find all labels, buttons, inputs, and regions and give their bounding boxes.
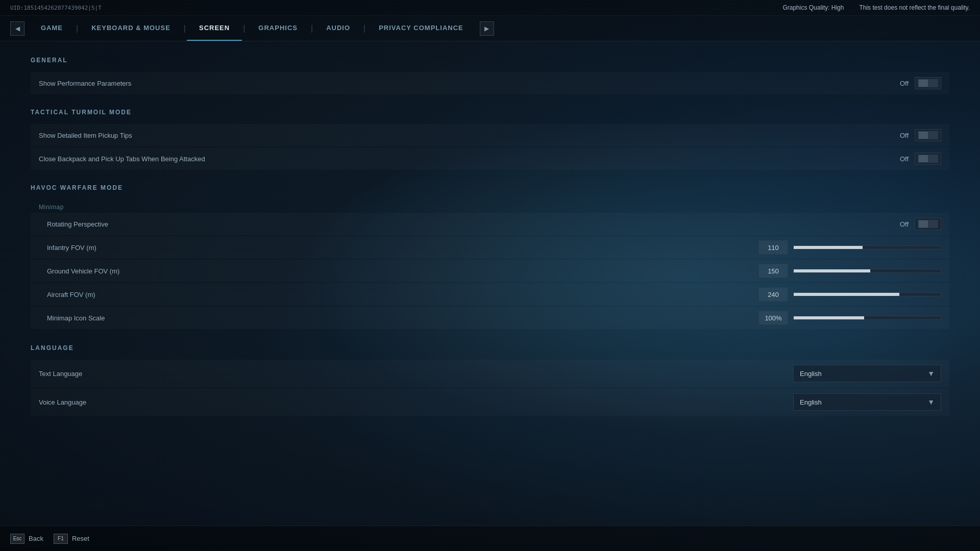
tab-icon-right[interactable]: ▶ xyxy=(480,21,494,36)
setting-label-pickup-tips: Show Detailed Item Pickup Tips xyxy=(39,132,893,139)
tab-graphics[interactable]: GRAPHICS xyxy=(246,16,310,41)
slider-track-icon-scale[interactable] xyxy=(793,311,941,325)
setting-row-rotating: Rotating Perspective Off xyxy=(31,213,949,235)
slider-label-ground-fov: Ground Vehicle FOV (m) xyxy=(47,267,758,275)
tab-audio[interactable]: AUDIO xyxy=(314,16,362,41)
toggle-performance[interactable] xyxy=(915,77,941,89)
back-button[interactable]: Esc Back xyxy=(10,534,43,544)
setting-label-performance: Show Performance Parameters xyxy=(39,80,893,87)
bottom-bar: Esc Back F1 Reset xyxy=(0,525,980,551)
top-right-info: Graphics Quality: High This test does no… xyxy=(782,4,970,11)
slider-value-icon-scale[interactable]: 100% xyxy=(758,311,788,325)
setting-value-performance: Off xyxy=(893,80,909,87)
section-language-header: LANGUAGE xyxy=(31,344,949,352)
slider-label-icon-scale: Minimap Icon Scale xyxy=(47,314,758,322)
slider-label-aircraft-fov: Aircraft FOV (m) xyxy=(47,291,758,298)
setting-value-pickup-tips: Off xyxy=(893,132,909,139)
setting-label-close-backpack: Close Backpack and Pick Up Tabs When Bei… xyxy=(39,155,893,163)
tab-privacy[interactable]: PRIVACY COMPLIANCE xyxy=(366,16,476,41)
quality-text: Graphics Quality: High xyxy=(782,4,844,11)
setting-label-text-language: Text Language xyxy=(39,370,793,378)
slider-row-ground-fov: Ground Vehicle FOV (m) 150 xyxy=(31,260,949,282)
setting-row-performance: Show Performance Parameters Off xyxy=(31,72,949,94)
slider-track-infantry-fov[interactable] xyxy=(793,240,941,255)
toggle-rotating[interactable] xyxy=(915,218,941,230)
chevron-down-icon-2: ▼ xyxy=(927,398,935,406)
slider-row-icon-scale: Minimap Icon Scale 100% xyxy=(31,307,949,329)
section-havoc-header: HAVOC WARFARE MODE xyxy=(31,184,949,191)
subsection-minimap: Minimap xyxy=(31,199,949,213)
chevron-down-icon: ▼ xyxy=(927,369,935,378)
setting-value-rotating: Off xyxy=(893,220,909,228)
setting-row-close-backpack: Close Backpack and Pick Up Tabs When Bei… xyxy=(31,147,949,170)
setting-label-voice-language: Voice Language xyxy=(39,398,793,406)
reset-label: Reset xyxy=(72,535,89,542)
settings-area: GENERAL Show Performance Parameters Off … xyxy=(0,41,980,517)
f1-key: F1 xyxy=(54,534,68,544)
setting-row-text-language: Text Language English ▼ xyxy=(31,360,949,387)
section-general-header: GENERAL xyxy=(31,57,949,64)
quality-notice: This test does not reflect the final qua… xyxy=(859,4,970,11)
section-tactical-header: TACTICAL TURMOIL MODE xyxy=(31,109,949,116)
tab-divider-2: | xyxy=(183,24,187,33)
toggle-pickup-tips[interactable] xyxy=(915,129,941,141)
top-bar: UID:1851454262077439042|5|T Graphics Qua… xyxy=(0,0,980,16)
slider-row-aircraft-fov: Aircraft FOV (m) 240 xyxy=(31,283,949,306)
nav-tabs: ◀ GAME | KEYBOARD & MOUSE | SCREEN | GRA… xyxy=(0,16,980,41)
setting-row-voice-language: Voice Language English ▼ xyxy=(31,388,949,416)
tab-keyboard[interactable]: KEYBOARD & MOUSE xyxy=(79,16,183,41)
slider-value-ground-fov[interactable]: 150 xyxy=(758,264,788,278)
tab-divider-5: | xyxy=(362,24,366,33)
setting-value-close-backpack: Off xyxy=(893,155,909,163)
slider-label-infantry-fov: Infantry FOV (m) xyxy=(47,244,758,252)
setting-label-rotating: Rotating Perspective xyxy=(47,220,893,228)
uid-text: UID:1851454262077439042|5|T xyxy=(10,5,102,11)
tab-divider-3: | xyxy=(242,24,246,33)
esc-key: Esc xyxy=(10,534,24,544)
tab-icon-left[interactable]: ◀ xyxy=(10,21,24,36)
slider-row-infantry-fov: Infantry FOV (m) 110 xyxy=(31,236,949,259)
reset-button[interactable]: F1 Reset xyxy=(54,534,89,544)
tab-game[interactable]: GAME xyxy=(29,16,75,41)
content-wrapper: UID:1851454262077439042|5|T Graphics Qua… xyxy=(0,0,980,551)
slider-value-aircraft-fov[interactable]: 240 xyxy=(758,287,788,302)
tab-divider-1: | xyxy=(75,24,79,33)
setting-row-pickup-tips: Show Detailed Item Pickup Tips Off xyxy=(31,124,949,146)
slider-value-infantry-fov[interactable]: 110 xyxy=(758,240,788,255)
back-label: Back xyxy=(29,535,43,542)
tab-divider-4: | xyxy=(310,24,314,33)
dropdown-text-language[interactable]: English ▼ xyxy=(793,365,941,382)
slider-track-ground-fov[interactable] xyxy=(793,264,941,278)
dropdown-voice-language[interactable]: English ▼ xyxy=(793,393,941,411)
tab-screen[interactable]: SCREEN xyxy=(187,16,242,41)
toggle-close-backpack[interactable] xyxy=(915,153,941,165)
slider-track-aircraft-fov[interactable] xyxy=(793,287,941,302)
